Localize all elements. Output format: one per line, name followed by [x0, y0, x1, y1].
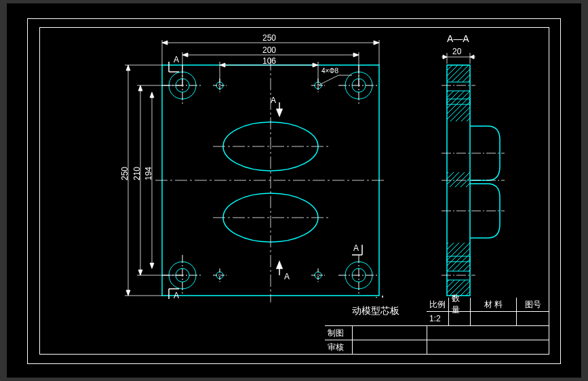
svg-marker-55	[182, 53, 188, 57]
svg-marker-60	[220, 63, 225, 67]
dim-106: 106	[262, 56, 276, 66]
tb-qty-label: 数量	[448, 298, 470, 311]
tb-scale-label: 比例	[427, 298, 448, 311]
tb-material-label: 材 料	[470, 298, 516, 311]
svg-marker-38	[277, 262, 282, 268]
svg-rect-81	[447, 243, 470, 271]
svg-marker-68	[126, 290, 130, 296]
tb-drawn-value	[352, 326, 427, 340]
svg-marker-97	[443, 55, 447, 59]
svg-line-62	[318, 75, 338, 85]
dim-20: 20	[452, 47, 461, 56]
tb-drawn-label: 制图	[325, 326, 352, 340]
drawing-canvas: 250 200 106 4×Φ8 250 210 194 20 A—A A A …	[7, 3, 581, 378]
drawing-title: 动模型芯板	[325, 298, 427, 325]
dim-194: 194	[144, 167, 153, 180]
section-mark-a: A	[174, 291, 179, 300]
svg-marker-56	[353, 53, 359, 57]
tb-empty	[427, 340, 549, 354]
svg-marker-51	[374, 41, 379, 45]
tb-empty	[427, 326, 549, 340]
tb-material-value	[470, 312, 516, 325]
dim-200: 200	[262, 45, 276, 55]
svg-marker-72	[138, 85, 142, 91]
svg-marker-61	[313, 63, 318, 67]
svg-rect-78	[447, 65, 470, 82]
svg-rect-79	[447, 91, 470, 121]
title-block: 动模型芯板 比例 数量 材 料 图号 1:2	[325, 298, 549, 354]
svg-marker-75	[150, 92, 154, 98]
svg-marker-98	[470, 55, 474, 59]
section-mark-a: A	[284, 272, 290, 281]
svg-marker-36	[277, 109, 282, 116]
svg-marker-76	[150, 263, 154, 268]
svg-marker-67	[126, 65, 130, 71]
dim-250: 250	[262, 33, 276, 43]
tb-checked-label: 审核	[325, 340, 352, 354]
section-mark-a: A	[353, 243, 359, 253]
tb-qty-value	[448, 312, 470, 325]
tb-scale-value: 1:2	[427, 312, 448, 325]
frame-inner: 250 200 106 4×Φ8 250 210 194 20 A—A A A …	[39, 27, 549, 355]
svg-rect-80	[447, 172, 470, 187]
dim-4phi8: 4×Φ8	[321, 67, 338, 75]
section-view	[442, 53, 505, 296]
tb-dwgno-label: 图号	[516, 298, 549, 311]
dim-250v: 250	[120, 167, 130, 180]
svg-marker-73	[138, 270, 142, 275]
svg-marker-50	[162, 41, 168, 45]
section-mark-a: A	[271, 96, 276, 105]
section-mark-a: A	[174, 55, 179, 64]
section-label: A—A	[447, 33, 469, 44]
tb-checked-value	[352, 340, 427, 354]
dim-210: 210	[132, 167, 142, 180]
tb-dwgno-value	[516, 312, 549, 325]
